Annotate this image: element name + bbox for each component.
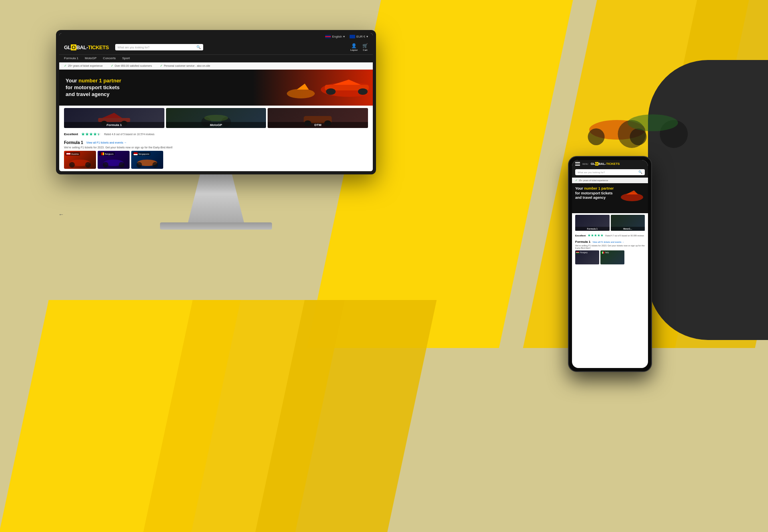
event-cards-row: Austria Belgium [64, 151, 368, 169]
svg-point-26 [136, 162, 142, 168]
cart-icon: 🛒 [362, 43, 368, 48]
phone-event-hungary[interactable]: Hungary [575, 250, 599, 264]
phone-star-4 [597, 234, 600, 237]
monitor: English ▾ EUR € ▾ GLOBAL-TICKETS [56, 30, 376, 174]
svg-marker-8 [297, 84, 309, 90]
hero-title: Your number 1 partner for motorsport tic… [66, 78, 121, 98]
hungary-name: Hungary [580, 251, 588, 254]
phone-star-2 [591, 234, 594, 237]
italy-flag [601, 252, 604, 254]
nav-item-f1[interactable]: Formula 1 [64, 56, 78, 60]
svg-marker-12 [102, 113, 122, 118]
phone-screen: MENU GLOBAL-TICKETS What are you looking… [572, 160, 648, 368]
belgium-car [98, 151, 130, 169]
svg-point-5 [287, 89, 315, 98]
logout-label: Logout [350, 49, 358, 51]
f1-section-header: Formula 1 View all F1 tickets and events… [64, 140, 368, 145]
phone-hero-title: Your number 1 partner for motorsport tic… [575, 186, 645, 200]
hero-yellow: number 1 partner [78, 78, 121, 84]
currency-chevron: ▾ [366, 35, 368, 38]
phone-rating-details: Rated 4.7 out of 5 based on 50.088 revie… [605, 234, 644, 237]
category-f1[interactable]: Formula 1 [64, 108, 164, 128]
excellent-label: Excellent [64, 132, 78, 136]
phone-hero-yellow: number 1 partner [584, 186, 614, 190]
logout-button[interactable]: 👤 Logout [350, 43, 358, 51]
star-1 [81, 132, 85, 136]
logo-gl: GL [64, 44, 71, 50]
singapore-car [131, 151, 163, 169]
phone-stars [588, 234, 603, 237]
phone-hero-white-2: for motorsport tickets [575, 191, 613, 195]
svg-point-18 [324, 120, 332, 126]
hero-white-1: Your [66, 78, 78, 84]
motogp-graphic [166, 108, 266, 128]
phone-hero-white-3: and travel agency [575, 196, 606, 200]
trust-bar: ✓ 25+ years of ticket experience ✓ Over … [59, 62, 373, 70]
language-label: English [332, 35, 342, 38]
svg-point-21 [85, 162, 91, 168]
logo-o: O [71, 44, 76, 50]
category-moto[interactable]: MotoGP [166, 108, 266, 128]
currency-selector[interactable]: EUR € ▾ [350, 35, 368, 38]
trust-item-2: ✓ Over 850.00 satisfied customers [111, 64, 152, 68]
f1-view-all-link[interactable]: View all F1 tickets and events → [86, 141, 127, 144]
event-belgium[interactable]: Belgium [98, 151, 130, 169]
phone-f1-title: Formula 1 [575, 240, 590, 244]
svg-point-3 [358, 88, 368, 95]
phone-container: MENU GLOBAL-TICKETS What are you looking… [568, 156, 652, 372]
phone-star-3 [594, 234, 597, 237]
search-placeholder: What are you looking for? [118, 46, 195, 49]
monitor-base [160, 222, 272, 230]
svg-marker-4 [333, 80, 361, 85]
monitor-screen: English ▾ EUR € ▾ GLOBAL-TICKETS [59, 33, 373, 171]
austria-car [64, 151, 96, 169]
language-selector[interactable]: English ▾ [325, 35, 345, 38]
nav-item-sport[interactable]: Sport [122, 56, 130, 60]
trust-item-3: ✓ Personal customer service - also on-si… [160, 64, 210, 68]
svg-point-11 [121, 121, 127, 126]
star-2 [85, 132, 89, 136]
language-chevron: ▾ [343, 35, 345, 38]
dtm-graphic [268, 108, 368, 128]
event-singapore[interactable]: Singapore [131, 151, 163, 169]
phone-hungary-label: Hungary [576, 251, 588, 254]
category-dtm[interactable]: DTM [268, 108, 368, 128]
svg-point-15 [204, 115, 228, 121]
phone-f1-header: Formula 1 View all F1 tickets and events… [575, 240, 645, 244]
monitor-stand [176, 174, 256, 222]
italy-name: Italy [605, 251, 609, 254]
f1-description: We're selling F1 tickets for 2023. Get y… [64, 146, 368, 149]
site-header: GLOBAL-TICKETS What are you looking for?… [59, 40, 373, 54]
eu-flag [350, 35, 355, 38]
svg-point-2 [326, 88, 336, 95]
monitor-container: English ▾ EUR € ▾ GLOBAL-TICKETS [56, 30, 376, 230]
phone-cat-f1[interactable]: Formula 1 [575, 215, 610, 231]
phone-events-row: Hungary Italy [575, 250, 645, 264]
header-actions: 👤 Logout 🛒 Cart [350, 43, 368, 51]
phone-f1-desc: We're selling F1 tickets for 2023. Get y… [575, 244, 645, 249]
logo-tickets: TICKETS [88, 44, 109, 50]
cart-button[interactable]: 🛒 Cart [362, 43, 368, 51]
uk-flag [325, 35, 331, 38]
phone-star-1 [588, 234, 590, 237]
nav-item-concerts[interactable]: Concerts [103, 56, 116, 60]
star-3 [89, 132, 93, 136]
event-austria[interactable]: Austria [64, 151, 96, 169]
phone-cat-moto[interactable]: MotoG... [611, 215, 645, 231]
site-topbar: English ▾ EUR € ▾ [59, 33, 373, 40]
search-icon[interactable]: 🔍 [196, 45, 201, 49]
f1-section-title: Formula 1 [64, 140, 83, 145]
nav-item-motogp[interactable]: MotoGP [85, 56, 96, 60]
hero-banner: Your number 1 partner for motorsport tic… [59, 70, 373, 106]
check-icon-2: ✓ [111, 64, 114, 68]
search-box[interactable]: What are you looking for? 🔍 [115, 44, 203, 50]
star-4 [93, 132, 97, 136]
logo[interactable]: GLOBAL-TICKETS [64, 44, 109, 50]
phone-event-italy[interactable]: Italy [600, 250, 624, 264]
svg-point-20 [69, 162, 75, 168]
f1-section: Formula 1 View all F1 tickets and events… [59, 138, 373, 171]
hero-white-2: for motorsport tickets [66, 84, 120, 90]
phone-f1-link[interactable]: View all F1 tickets and events → [592, 241, 624, 243]
star-half [97, 132, 101, 136]
phone-excellent-label: Excellent [575, 234, 586, 237]
